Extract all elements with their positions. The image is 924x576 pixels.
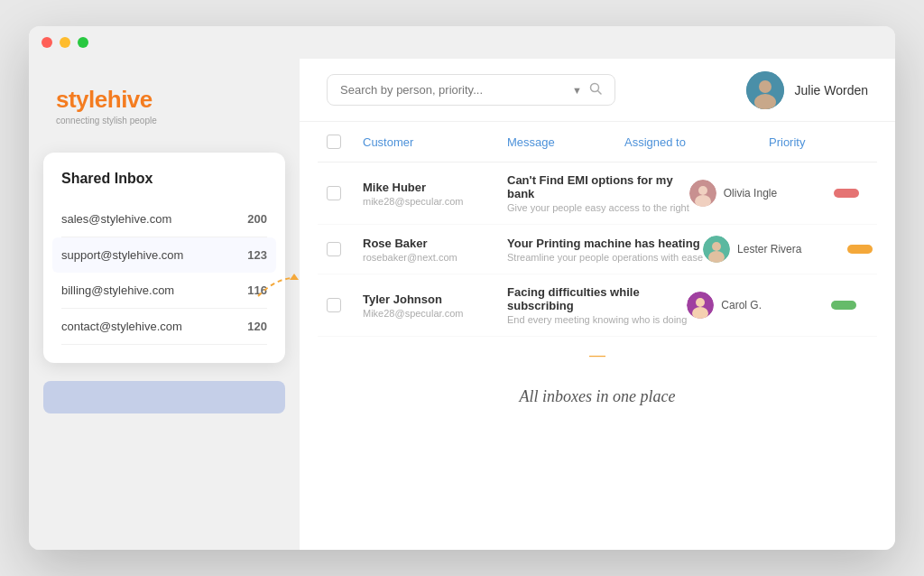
customer-name-3: Tyler Johnson	[363, 293, 507, 306]
customer-email-3: Mike28@specular.com	[363, 308, 507, 319]
maximize-dot[interactable]	[78, 37, 88, 48]
close-dot[interactable]	[42, 37, 52, 48]
select-all-checkbox[interactable]	[327, 135, 341, 149]
customer-name-1: Mike Huber	[363, 181, 507, 194]
inbox-count-billing: 116	[247, 283, 267, 297]
shared-inbox-card: Shared Inbox sales@stylehive.com 200 sup…	[43, 153, 285, 363]
col-customer: Customer	[363, 135, 507, 149]
table-row[interactable]: Rose Baker rosebaker@next.com Your Print…	[318, 225, 877, 274]
brand-tagline: connecting stylish people	[56, 116, 273, 125]
assignee-name-2: Lester Rivera	[737, 243, 801, 255]
user-area[interactable]: Julie Worden	[746, 71, 868, 109]
table-header: Customer Message Assigned to Priority	[318, 122, 877, 163]
col-message: Message	[507, 135, 624, 149]
row-checkbox-1[interactable]	[327, 186, 341, 200]
col-priority: Priority	[769, 135, 868, 149]
priority-cell-3	[831, 297, 895, 313]
inbox-count-support: 123	[247, 248, 267, 262]
search-input[interactable]	[340, 83, 565, 97]
message-cell-3: Facing difficulties while subscribing En…	[507, 285, 687, 325]
shared-inbox-title: Shared Inbox	[61, 171, 267, 187]
customer-cell-3: Tyler Johnson Mike28@specular.com	[363, 293, 507, 319]
assignee-name-1: Olivia Ingle	[724, 187, 777, 200]
inbox-item-billing[interactable]: billing@stylehive.com 116	[61, 273, 267, 309]
priority-cell-2	[847, 241, 895, 257]
message-subject-3: Facing difficulties while subscribing	[507, 285, 687, 312]
footer-area: — All inboxes in one place	[318, 346, 877, 424]
demo-button[interactable]	[43, 381, 285, 413]
customer-email-2: rosebaker@next.com	[363, 252, 507, 263]
priority-badge-2	[847, 245, 873, 254]
inbox-count-contact: 120	[247, 320, 267, 333]
svg-point-7	[698, 186, 707, 195]
inbox-count-sales: 200	[247, 212, 267, 226]
priority-cell-1	[834, 185, 895, 201]
inbox-email-sales: sales@stylehive.com	[61, 212, 171, 226]
message-cell-2: Your Printing machine has heating Stream…	[507, 237, 703, 263]
brand-logo: stylehive	[56, 86, 273, 114]
logo-area: stylehive connecting stylish people	[29, 77, 300, 153]
user-name: Julie Worden	[795, 83, 868, 98]
minimize-dot[interactable]	[60, 37, 70, 48]
row-checkbox-3[interactable]	[327, 298, 341, 312]
svg-point-13	[696, 298, 705, 307]
priority-badge-1	[834, 189, 859, 198]
inbox-item-contact[interactable]: contact@stylehive.com 120	[61, 309, 267, 345]
inbox-item-support[interactable]: support@stylehive.com 123	[52, 237, 276, 273]
topbar: ▼	[300, 59, 895, 122]
assignee-name-3: Carol G.	[721, 299, 762, 311]
customer-cell-1: Mike Huber mike28@specular.com	[363, 181, 507, 207]
assignee-cell-2: Lester Rivera	[703, 236, 847, 263]
assignee-avatar-2	[703, 236, 730, 263]
inbox-table: Customer Message Assigned to Priority Mi…	[300, 122, 895, 550]
search-box[interactable]: ▼	[327, 74, 615, 106]
customer-name-2: Rose Baker	[363, 237, 507, 250]
inbox-email-support: support@stylehive.com	[61, 248, 183, 262]
titlebar	[29, 26, 895, 59]
search-icon[interactable]	[589, 82, 602, 98]
row-checkbox-2[interactable]	[327, 242, 341, 256]
inbox-email-billing: billing@stylehive.com	[61, 283, 174, 297]
footer-dash: —	[318, 346, 877, 365]
table-row[interactable]: Tyler Johnson Mike28@specular.com Facing…	[318, 274, 877, 337]
message-subject-1: Can't Find EMI options for my bank	[507, 173, 689, 200]
assignee-cell-1: Olivia Ingle	[689, 180, 834, 207]
assignee-avatar-1	[689, 180, 716, 207]
main-area: stylehive connecting stylish people Shar…	[29, 59, 895, 550]
svg-point-10	[712, 242, 721, 251]
filter-icon[interactable]: ▼	[572, 85, 582, 96]
app-window: stylehive connecting stylish people Shar…	[29, 26, 895, 550]
inbox-email-contact: contact@stylehive.com	[61, 320, 182, 333]
message-preview-2: Streamline your people operations with e…	[507, 252, 703, 263]
col-assigned: Assigned to	[624, 135, 769, 149]
svg-marker-0	[290, 274, 299, 280]
inbox-item-sales[interactable]: sales@stylehive.com 200	[61, 201, 267, 237]
message-subject-2: Your Printing machine has heating	[507, 237, 703, 250]
svg-line-2	[598, 91, 602, 95]
svg-point-4	[759, 80, 772, 93]
table-row[interactable]: Mike Huber mike28@specular.com Can't Fin…	[318, 163, 877, 225]
sidebar-bottom	[29, 381, 300, 417]
content-area: ▼	[300, 59, 895, 550]
message-preview-3: End every meeting knowing who is doing	[507, 314, 687, 325]
assignee-avatar-3	[687, 292, 714, 319]
message-cell-1: Can't Find EMI options for my bank Give …	[507, 173, 689, 213]
sidebar: stylehive connecting stylish people Shar…	[29, 59, 300, 550]
priority-badge-3	[831, 301, 856, 310]
message-preview-1: Give your people easy access to the righ…	[507, 202, 689, 213]
user-avatar	[746, 71, 784, 109]
footer-tagline: All inboxes in one place	[318, 369, 877, 424]
assignee-cell-3: Carol G.	[687, 292, 831, 319]
customer-email-1: mike28@specular.com	[363, 196, 507, 207]
customer-cell-2: Rose Baker rosebaker@next.com	[363, 237, 507, 263]
